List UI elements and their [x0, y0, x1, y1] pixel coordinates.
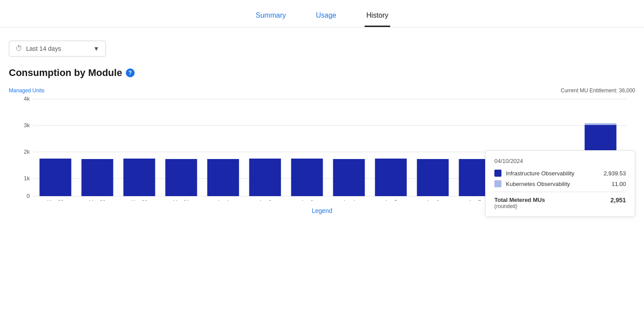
bar-apr6: [417, 159, 449, 196]
svg-text:Mar 29: Mar 29: [89, 199, 106, 201]
svg-text:Apr 7: Apr 7: [468, 199, 481, 201]
tooltip-total-row: Total Metered MUs (rounded) 2,951: [494, 197, 626, 209]
svg-text:Apr 1: Apr 1: [217, 199, 230, 201]
bar-mar29: [82, 159, 113, 196]
legend-link[interactable]: Legend: [312, 207, 332, 214]
entitlement-label: Current MU Entitlement: 36,000: [561, 87, 635, 94]
help-icon[interactable]: ?: [126, 68, 135, 77]
infra-label: Infrastructure Observability: [506, 170, 599, 177]
svg-text:Apr 2: Apr 2: [259, 199, 271, 201]
svg-text:2k: 2k: [24, 148, 30, 155]
chevron-down-icon: ▼: [93, 45, 99, 52]
svg-text:Apr 3: Apr 3: [301, 199, 313, 201]
tooltip-row-k8s: Kubernetes Observability 11.00: [494, 180, 626, 187]
svg-text:1k: 1k: [24, 175, 30, 182]
tab-summary[interactable]: Summary: [254, 7, 287, 27]
svg-text:Mar 30: Mar 30: [131, 199, 148, 201]
k8s-value: 11.00: [611, 181, 626, 187]
k8s-color-swatch: [494, 180, 501, 187]
svg-text:Apr 4: Apr 4: [343, 199, 355, 201]
main-content: ⏱ Last 14 days ▼ Consumption by Module ?…: [0, 41, 644, 214]
chart-labels-row: Managed Units Current MU Entitlement: 36…: [9, 87, 635, 94]
svg-text:Mar 31: Mar 31: [173, 199, 190, 201]
tooltip-total-value: 2,951: [610, 197, 626, 209]
tab-usage[interactable]: Usage: [314, 7, 338, 27]
infra-color-swatch: [494, 170, 501, 177]
tooltip-card: 04/10/2024 Infrastructure Observability …: [485, 150, 635, 217]
svg-text:Apr 6: Apr 6: [426, 199, 439, 201]
tooltip-total-label-group: Total Metered MUs (rounded): [494, 197, 545, 209]
bar-apr5: [375, 159, 407, 196]
bar-apr1: [207, 159, 239, 196]
bar-mar31: [166, 159, 197, 196]
date-filter-dropdown[interactable]: ⏱ Last 14 days ▼: [9, 41, 106, 57]
tooltip-date: 04/10/2024: [494, 158, 626, 164]
svg-text:Mar 28: Mar 28: [47, 199, 64, 201]
bar-apr3: [291, 159, 323, 196]
clock-icon: ⏱: [15, 45, 23, 53]
bar-apr10-k8s: [585, 123, 617, 125]
tooltip-total-sublabel: (rounded): [494, 203, 545, 209]
top-nav: Summary Usage History: [0, 0, 644, 27]
svg-text:0: 0: [26, 193, 30, 199]
section-title-row: Consumption by Module ?: [9, 67, 635, 79]
bar-mar30: [124, 159, 155, 196]
svg-text:3k: 3k: [24, 122, 30, 129]
tooltip-total-label: Total Metered MUs: [494, 197, 545, 203]
bar-apr2: [249, 159, 281, 196]
svg-text:Apr 5: Apr 5: [384, 199, 397, 201]
section-title: Consumption by Module: [9, 67, 122, 79]
tooltip-divider: [494, 192, 626, 192]
tab-history[interactable]: History: [365, 7, 390, 27]
tooltip-row-infra: Infrastructure Observability 2,939.53: [494, 170, 626, 177]
bar-mar28: [40, 159, 72, 196]
k8s-label: Kubernetes Observability: [506, 181, 607, 187]
date-filter-label: Last 14 days: [26, 45, 61, 52]
y-axis-label: Managed Units: [9, 87, 45, 94]
infra-value: 2,939.53: [603, 170, 626, 177]
bar-apr4: [333, 159, 365, 196]
svg-text:4k: 4k: [24, 95, 30, 102]
